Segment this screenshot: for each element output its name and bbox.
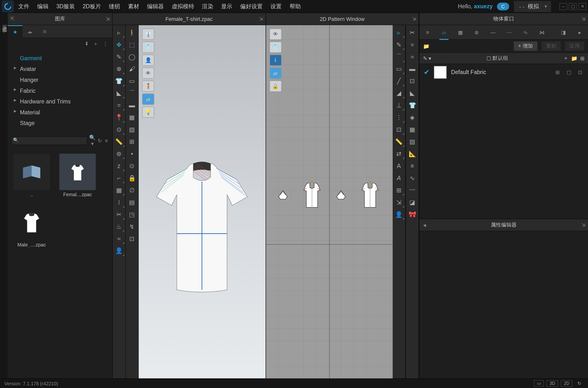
- tool-flatten[interactable]: ▬: [126, 99, 137, 111]
- tool-zipper[interactable]: z: [113, 160, 124, 171]
- tool-box[interactable]: ▭: [126, 75, 137, 86]
- tree-item-garment[interactable]: Garment: [8, 53, 112, 64]
- tool-2d-wave2[interactable]: 〰: [407, 185, 418, 196]
- tool-grid[interactable]: ▦: [126, 112, 137, 123]
- tool-2d-rect[interactable]: ▭: [393, 63, 404, 74]
- tool-2d-edit[interactable]: ✎: [393, 39, 404, 50]
- tool-2d-seam[interactable]: ⋮: [393, 112, 404, 123]
- popout-icon[interactable]: ⇲: [582, 222, 585, 228]
- status-refresh-icon[interactable]: ↻: [575, 381, 584, 386]
- tool-2d-sync[interactable]: ⇄: [393, 148, 404, 159]
- display-light-icon[interactable]: 💡: [142, 107, 154, 118]
- paste-icon[interactable]: ▢: [565, 69, 572, 75]
- tool-2d-wave[interactable]: ∿: [407, 172, 418, 184]
- tool-2d-pleat[interactable]: ⊡: [407, 75, 418, 86]
- download-icon[interactable]: ⬇: [85, 41, 89, 47]
- tool-2d-free[interactable]: ≈: [407, 51, 418, 62]
- menu-help[interactable]: 帮助: [290, 2, 301, 10]
- apply-button[interactable]: 应用: [565, 41, 585, 51]
- tool-wind[interactable]: ↯: [126, 221, 137, 232]
- tree-item-avatar[interactable]: ▶Avatar: [8, 64, 112, 74]
- tool-2d-measure[interactable]: 📏: [393, 136, 404, 147]
- window-restore-icon[interactable]: ▢: [569, 3, 577, 10]
- search-icon[interactable]: 🔍▾: [89, 135, 96, 147]
- display-surface-icon[interactable]: ▱: [142, 94, 154, 105]
- status-3d-button[interactable]: 3D: [547, 380, 558, 387]
- tool-tack[interactable]: ⊙: [113, 124, 124, 135]
- tool-arrange[interactable]: 👕: [113, 75, 124, 86]
- popout-icon[interactable]: ⇲: [582, 16, 585, 22]
- tool-pattern-grid[interactable]: ⊞: [126, 136, 137, 147]
- fabric-swatch[interactable]: [434, 66, 447, 79]
- lib-tab-favorites[interactable]: ★: [8, 25, 23, 38]
- more-icon[interactable]: ⊞: [580, 55, 585, 61]
- fabric-item[interactable]: ✔ Default Fabric ⊞ ▢ ⊡: [419, 64, 588, 81]
- tool-2d-grid2[interactable]: ▦: [407, 124, 418, 135]
- simulate-button[interactable]: ⌄⌄模拟▼: [513, 0, 552, 12]
- tool-trim[interactable]: ✂: [113, 209, 124, 220]
- tool-2d-trace[interactable]: ⊡: [393, 124, 404, 135]
- list-view-icon[interactable]: ≡: [104, 138, 109, 144]
- tool-hide[interactable]: ∅: [126, 185, 137, 196]
- username[interactable]: axuezy: [474, 3, 492, 9]
- menu-render[interactable]: 渲染: [202, 2, 213, 10]
- tool-fold[interactable]: ◣: [113, 87, 124, 98]
- tool-avatar[interactable]: 👤: [113, 245, 124, 256]
- tool-lock[interactable]: 🔒: [126, 172, 137, 184]
- menu-edit[interactable]: 编辑: [37, 2, 48, 10]
- tool-2d-segment[interactable]: =: [407, 39, 418, 50]
- tree-item-hanger[interactable]: Hanger: [8, 74, 112, 85]
- tree-item-material[interactable]: ▶Material: [8, 107, 112, 118]
- display-eye-icon[interactable]: 👁: [269, 29, 281, 40]
- tool-2d-sew-edit[interactable]: ✂: [407, 27, 418, 38]
- thumb-female-tshirt[interactable]: Femal....zpac: [58, 154, 97, 197]
- lib-tab-fabrics[interactable]: ≋: [37, 25, 52, 38]
- obj-tab-bow[interactable]: ⋈: [537, 26, 548, 38]
- status-2d-button[interactable]: 2D: [561, 380, 572, 387]
- tool-2d-line[interactable]: ╱: [393, 75, 404, 86]
- tool-layer[interactable]: ▤: [126, 197, 137, 208]
- tool-graphic[interactable]: ▦: [113, 185, 124, 196]
- tool-puckering[interactable]: ≈: [113, 233, 124, 244]
- cloud-sync-icon[interactable]: C: [497, 2, 509, 10]
- tree-item-stage[interactable]: Stage: [8, 118, 112, 129]
- tool-2d-tag[interactable]: ◪: [407, 197, 418, 208]
- tool-tag[interactable]: ⊡: [126, 233, 137, 244]
- tab-modules[interactable]: 模块库: [0, 22, 1, 370]
- thumb-male-tshirt[interactable]: Male_....zpac: [12, 204, 51, 247]
- tool-2d-fold2[interactable]: ◣: [407, 87, 418, 98]
- popin-icon[interactable]: ⇱: [10, 16, 14, 22]
- app-logo[interactable]: [2, 0, 14, 12]
- obj-tab-line[interactable]: —: [487, 26, 499, 38]
- library-search-input[interactable]: [11, 136, 87, 145]
- pencil-icon[interactable]: ✎ ▾: [423, 55, 431, 61]
- default-group-header[interactable]: ✎ ▾ ▢ 默认组 ＋ 📁 ⊞: [419, 53, 588, 64]
- obj-tab-fabric[interactable]: ▱: [438, 26, 450, 38]
- tool-2d-curve[interactable]: ⌒: [393, 51, 404, 62]
- menu-settings[interactable]: 设置: [270, 2, 281, 10]
- grid-icon[interactable]: ⊡: [577, 69, 584, 75]
- menu-display[interactable]: 显示: [221, 2, 232, 10]
- 2d-viewport[interactable]: 👁 👕 i ▱ 🔒: [266, 25, 393, 378]
- tool-sewing[interactable]: =: [113, 99, 124, 111]
- popout-icon[interactable]: ⇲: [106, 16, 110, 22]
- tool-select[interactable]: ▹: [113, 27, 124, 38]
- tool-button[interactable]: ⊚: [113, 148, 124, 159]
- chevron-left-icon[interactable]: ◀: [423, 223, 426, 227]
- tool-edit-mesh[interactable]: ✎: [113, 51, 124, 62]
- add-icon[interactable]: ＋: [93, 40, 98, 47]
- tool-2d-align[interactable]: ≡: [407, 160, 418, 171]
- tool-2d-check[interactable]: ▨: [407, 136, 418, 147]
- window-minimize-icon[interactable]: –: [559, 3, 567, 10]
- tool-dot[interactable]: •: [126, 148, 137, 159]
- obj-tab-grading[interactable]: ◨: [558, 26, 569, 38]
- tool-2d-fit[interactable]: 👤: [393, 209, 404, 220]
- menu-2d-pattern[interactable]: 2D板片: [83, 2, 101, 10]
- obj-tab-texture[interactable]: ▦: [455, 26, 466, 38]
- 3d-viewport[interactable]: 👔 👕 👤 👁 🧍 ▱ 💡: [139, 25, 266, 378]
- tool-2d-grading[interactable]: ⇲: [393, 197, 404, 208]
- popout-icon[interactable]: ⇲: [259, 16, 263, 22]
- display-garment-icon[interactable]: 👔: [142, 29, 154, 40]
- display-lock-icon[interactable]: 🔒: [269, 81, 281, 92]
- add-instance-icon[interactable]: ⊞: [554, 69, 561, 75]
